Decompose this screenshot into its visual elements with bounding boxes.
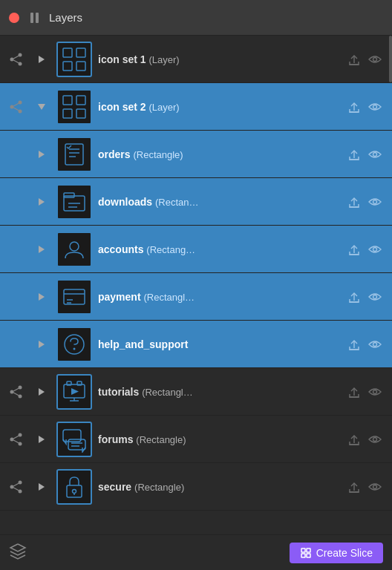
upload-icon-forums[interactable] bbox=[346, 431, 362, 448]
layer-label-tutorials: tutorials (Rectangl… bbox=[98, 386, 346, 398]
expand-btn-help-and-support[interactable] bbox=[33, 341, 50, 348]
svg-line-14 bbox=[13, 103, 19, 106]
right-icons-icon-set-1 bbox=[346, 51, 392, 68]
visibility-icon-tutorials[interactable] bbox=[367, 384, 383, 400]
layer-row-accounts[interactable]: accounts (Rectang… bbox=[0, 226, 392, 273]
svg-line-51 bbox=[13, 393, 19, 396]
svg-rect-7 bbox=[63, 62, 72, 71]
svg-point-34 bbox=[70, 242, 79, 251]
expand-btn-icon-set-2[interactable] bbox=[33, 104, 50, 110]
visibility-icon-orders[interactable] bbox=[367, 146, 383, 163]
visibility-icon-accounts[interactable] bbox=[367, 241, 383, 258]
layer-row-icon-set-1[interactable]: icon set 1 (Layer) bbox=[0, 36, 392, 83]
visibility-icon-icon-set-1[interactable] bbox=[367, 51, 383, 68]
expand-btn-payment[interactable] bbox=[33, 293, 50, 301]
expand-btn-tutorials[interactable] bbox=[33, 388, 50, 396]
layer-row-orders[interactable]: orders (Rectangle) bbox=[0, 131, 392, 178]
svg-rect-17 bbox=[76, 96, 85, 105]
svg-line-74 bbox=[13, 483, 19, 486]
svg-rect-18 bbox=[63, 109, 72, 118]
thumbnail-orders bbox=[56, 137, 92, 172]
expand-btn-forums[interactable] bbox=[33, 436, 50, 443]
svg-point-77 bbox=[73, 489, 76, 493]
svg-line-15 bbox=[13, 108, 19, 111]
pause-button[interactable] bbox=[27, 12, 42, 24]
expand-btn-accounts[interactable] bbox=[33, 246, 50, 253]
thumbnail-payment bbox=[56, 279, 92, 315]
share-area-help-and-support bbox=[0, 321, 33, 367]
title-bar: Layers bbox=[0, 0, 392, 36]
upload-icon-tutorials[interactable] bbox=[346, 384, 362, 400]
share-area-orders bbox=[0, 131, 33, 177]
svg-point-80 bbox=[373, 485, 377, 488]
layer-row-help-and-support[interactable]: help_and_support bbox=[0, 321, 392, 368]
svg-line-63 bbox=[13, 436, 19, 439]
right-icons-orders bbox=[346, 146, 392, 163]
thumbnail-forums bbox=[56, 422, 92, 457]
share-icon-icon-set-2[interactable] bbox=[0, 83, 33, 130]
visibility-icon-secure[interactable] bbox=[367, 479, 383, 495]
visibility-icon-downloads[interactable] bbox=[367, 194, 383, 210]
svg-rect-81 bbox=[301, 548, 305, 552]
expand-btn-downloads[interactable] bbox=[33, 198, 50, 206]
svg-line-4 bbox=[13, 60, 19, 63]
layer-row-forums[interactable]: forums (Rectangle) bbox=[0, 416, 392, 463]
upload-icon-accounts[interactable] bbox=[346, 241, 362, 258]
right-icons-secure bbox=[346, 479, 392, 495]
svg-rect-55 bbox=[67, 381, 71, 385]
svg-point-46 bbox=[373, 342, 377, 346]
visibility-icon-forums[interactable] bbox=[367, 431, 383, 448]
svg-point-62 bbox=[10, 437, 14, 441]
share-area-downloads bbox=[0, 178, 33, 225]
svg-rect-19 bbox=[76, 109, 85, 118]
expand-btn-secure[interactable] bbox=[33, 483, 50, 491]
stack-icon bbox=[9, 543, 27, 563]
share-icon-secure[interactable] bbox=[0, 463, 33, 510]
upload-icon-payment[interactable] bbox=[346, 289, 362, 305]
svg-point-21 bbox=[373, 105, 377, 108]
visibility-icon-help-and-support[interactable] bbox=[367, 336, 383, 353]
svg-rect-76 bbox=[67, 485, 82, 497]
layer-row-icon-set-2[interactable]: icon set 2 (Layer) bbox=[0, 83, 392, 131]
share-icon-tutorials[interactable] bbox=[0, 368, 33, 415]
svg-point-2 bbox=[10, 57, 14, 61]
svg-point-59 bbox=[373, 390, 377, 393]
upload-icon-orders[interactable] bbox=[346, 146, 362, 163]
svg-marker-57 bbox=[71, 388, 79, 395]
svg-rect-37 bbox=[64, 289, 85, 304]
upload-icon-secure[interactable] bbox=[346, 479, 362, 495]
layer-label-icon-set-2: icon set 2 (Layer) bbox=[98, 101, 346, 113]
layer-row-downloads[interactable]: downloads (Rectan… bbox=[0, 178, 392, 226]
expand-btn-orders[interactable] bbox=[33, 151, 50, 158]
layer-label-orders: orders (Rectangle) bbox=[98, 148, 346, 160]
svg-point-42 bbox=[373, 295, 377, 298]
svg-point-36 bbox=[373, 247, 377, 251]
thumbnail-secure bbox=[56, 469, 92, 505]
create-slice-button[interactable]: Create Slice bbox=[290, 543, 383, 563]
thumbnail-icon-set-2 bbox=[56, 89, 92, 125]
layer-row-tutorials[interactable]: tutorials (Rectangl… bbox=[0, 368, 392, 416]
thumbnail-tutorials bbox=[56, 374, 92, 410]
close-button[interactable] bbox=[9, 13, 19, 23]
upload-icon-help-and-support[interactable] bbox=[346, 336, 362, 353]
layer-row-payment[interactable]: payment (Rectangl… bbox=[0, 273, 392, 321]
visibility-icon-payment[interactable] bbox=[367, 289, 383, 305]
upload-icon-icon-set-1[interactable] bbox=[346, 51, 362, 68]
thumbnail-icon-set-1 bbox=[56, 42, 92, 77]
upload-icon-icon-set-2[interactable] bbox=[346, 99, 362, 115]
svg-point-49 bbox=[10, 390, 14, 393]
layer-label-forums: forums (Rectangle) bbox=[98, 433, 346, 445]
svg-point-44 bbox=[74, 347, 76, 350]
panel-title: Layers bbox=[49, 11, 82, 24]
svg-point-33 bbox=[373, 200, 377, 203]
svg-rect-56 bbox=[77, 381, 82, 385]
upload-icon-downloads[interactable] bbox=[346, 194, 362, 210]
layer-label-downloads: downloads (Rectan… bbox=[98, 196, 346, 208]
layer-row-secure[interactable]: secure (Rectangle) bbox=[0, 463, 392, 511]
svg-rect-83 bbox=[301, 554, 305, 557]
scrollbar[interactable] bbox=[389, 36, 392, 82]
expand-btn-icon-set-1[interactable] bbox=[33, 56, 50, 63]
visibility-icon-icon-set-2[interactable] bbox=[367, 99, 383, 115]
share-icon-forums[interactable] bbox=[0, 416, 33, 462]
share-icon-icon-set-1[interactable] bbox=[0, 36, 33, 82]
